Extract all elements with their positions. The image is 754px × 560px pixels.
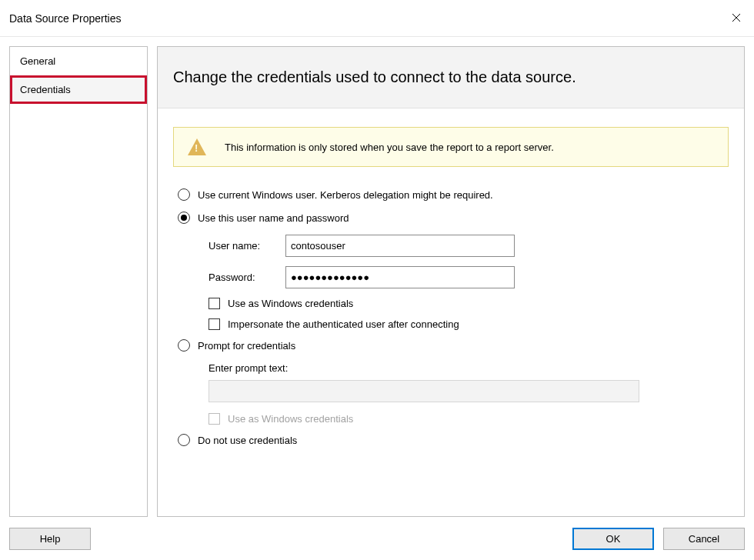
radio-current-user[interactable]: Use current Windows user. Kerberos deleg… <box>178 188 729 201</box>
help-button[interactable]: Help <box>9 528 91 550</box>
checkbox-label: Use as Windows credentials <box>228 298 353 309</box>
sidebar-item-general[interactable]: General <box>10 47 147 75</box>
banner-text: This information is only stored when you… <box>225 142 554 153</box>
main-panel: Change the credentials used to connect t… <box>157 46 745 517</box>
sidebar-item-label: General <box>20 55 55 67</box>
sidebar: General Credentials <box>9 46 148 517</box>
radio-no-cred[interactable]: Do not use credentials <box>178 434 729 446</box>
password-row: Password: <box>209 266 729 288</box>
prompt-text-label: Enter prompt text: <box>209 362 729 374</box>
panel-body: This information is only stored when you… <box>158 108 744 465</box>
radio-label: Do not use credentials <box>198 435 297 446</box>
titlebar: Data Source Properties <box>0 0 754 37</box>
password-input[interactable] <box>285 266 515 288</box>
radio-label: Use current Windows user. Kerberos deleg… <box>198 189 493 201</box>
warning-icon <box>188 138 206 155</box>
username-input[interactable] <box>285 235 515 257</box>
checkbox-icon <box>209 413 220 425</box>
checkbox-label: Impersonate the authenticated user after… <box>228 318 459 330</box>
radio-icon <box>178 434 190 446</box>
checkbox-label: Use as Windows credentials <box>228 413 353 425</box>
sidebar-item-credentials[interactable]: Credentials <box>10 75 147 104</box>
radio-prompt[interactable]: Prompt for credentials <box>178 339 729 352</box>
radio-icon <box>178 339 190 352</box>
username-row: User name: <box>209 235 729 257</box>
sidebar-item-label: Credentials <box>20 84 71 95</box>
info-banner: This information is only stored when you… <box>173 127 729 167</box>
password-label: Password: <box>209 272 285 283</box>
close-button[interactable] <box>719 0 754 37</box>
footer: Help OK Cancel <box>0 517 754 560</box>
radio-icon <box>178 212 190 224</box>
checkbox-win-creds[interactable]: Use as Windows credentials <box>209 298 729 309</box>
content: General Credentials Change the credentia… <box>0 37 754 517</box>
checkbox-impersonate[interactable]: Impersonate the authenticated user after… <box>209 318 729 330</box>
close-icon <box>732 12 741 25</box>
button-label: Cancel <box>689 533 719 545</box>
panel-heading: Change the credentials used to connect t… <box>158 47 744 108</box>
radio-use-this[interactable]: Use this user name and password <box>178 212 729 224</box>
checkbox-icon <box>209 318 220 330</box>
checkbox-icon <box>209 298 220 309</box>
button-label: OK <box>606 533 621 545</box>
button-label: Help <box>40 533 61 545</box>
radio-label: Prompt for credentials <box>198 340 295 352</box>
radio-label: Use this user name and password <box>198 212 349 224</box>
window-title: Data Source Properties <box>9 12 122 25</box>
checkbox-prompt-win[interactable]: Use as Windows credentials <box>209 413 729 425</box>
username-label: User name: <box>209 240 285 252</box>
credential-options: Use current Windows user. Kerberos deleg… <box>178 188 729 446</box>
ok-button[interactable]: OK <box>572 528 654 550</box>
prompt-text-input[interactable] <box>209 380 639 402</box>
cancel-button[interactable]: Cancel <box>663 528 745 550</box>
radio-icon <box>178 188 190 201</box>
